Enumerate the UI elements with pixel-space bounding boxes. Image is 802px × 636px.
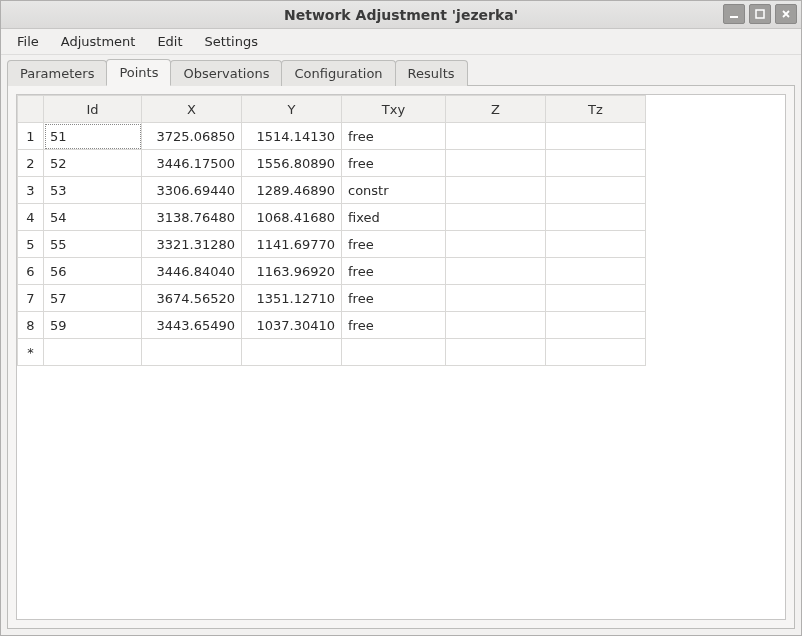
points-grid[interactable]: Id X Y Txy Z Tz 1513725.068501514.14130f… [16,94,786,620]
cell-x[interactable]: 3725.06850 [142,123,242,150]
cell-z[interactable] [446,231,546,258]
table-row[interactable]: 5553321.312801141.69770free [18,231,646,258]
cell-x[interactable]: 3321.31280 [142,231,242,258]
tab-results[interactable]: Results [395,60,468,86]
cell-x[interactable]: 3446.84040 [142,258,242,285]
cell-txy[interactable]: fixed [342,204,446,231]
cell-z[interactable] [446,150,546,177]
cell-y[interactable]: 1037.30410 [242,312,342,339]
cell-tz[interactable] [546,150,646,177]
cell-z[interactable] [446,204,546,231]
tab-points[interactable]: Points [106,59,171,86]
cell-id[interactable]: 59 [44,312,142,339]
cell-y[interactable]: 1068.41680 [242,204,342,231]
maximize-button[interactable] [749,4,771,24]
cell-y[interactable]: 1556.80890 [242,150,342,177]
row-number[interactable]: 8 [18,312,44,339]
row-number[interactable]: 7 [18,285,44,312]
cell-x[interactable]: 3674.56520 [142,285,242,312]
header-tz[interactable]: Tz [546,96,646,123]
cell-tz[interactable] [546,123,646,150]
row-number[interactable]: 5 [18,231,44,258]
cell-id[interactable]: 55 [44,231,142,258]
cell-x[interactable]: 3306.69440 [142,177,242,204]
table-row[interactable]: 8593443.654901037.30410free [18,312,646,339]
cell-txy[interactable] [342,339,446,366]
cell-txy[interactable]: free [342,123,446,150]
table-row[interactable]: 6563446.840401163.96920free [18,258,646,285]
tab-observations[interactable]: Observations [170,60,282,86]
cell-x[interactable]: 3446.17500 [142,150,242,177]
menu-settings[interactable]: Settings [195,31,268,52]
table-row[interactable]: 7573674.565201351.12710free [18,285,646,312]
table-row[interactable]: 1513725.068501514.14130free [18,123,646,150]
cell-tz[interactable] [546,204,646,231]
cell-x[interactable]: 3443.65490 [142,312,242,339]
row-number[interactable]: 4 [18,204,44,231]
header-x[interactable]: X [142,96,242,123]
table-row[interactable]: 2523446.175001556.80890free [18,150,646,177]
cell-tz[interactable] [546,177,646,204]
table-row[interactable]: 4543138.764801068.41680fixed [18,204,646,231]
cell-y[interactable]: 1289.46890 [242,177,342,204]
row-number[interactable]: 3 [18,177,44,204]
cell-z[interactable] [446,123,546,150]
cell-z[interactable] [446,339,546,366]
header-id[interactable]: Id [44,96,142,123]
cell-txy[interactable]: constr [342,177,446,204]
cell-txy[interactable]: free [342,285,446,312]
new-row[interactable]: * [18,339,646,366]
maximize-icon [755,9,765,19]
new-row-marker[interactable]: * [18,339,44,366]
cell-x[interactable]: 3138.76480 [142,204,242,231]
cell-x[interactable] [142,339,242,366]
table-row[interactable]: 3533306.694401289.46890constr [18,177,646,204]
row-number[interactable]: 2 [18,150,44,177]
svg-rect-0 [730,16,738,18]
header-row: Id X Y Txy Z Tz [18,96,646,123]
cell-y[interactable]: 1163.96920 [242,258,342,285]
cell-y[interactable]: 1141.69770 [242,231,342,258]
menu-edit[interactable]: Edit [147,31,192,52]
cell-id[interactable]: 51 [44,123,142,150]
cell-txy[interactable]: free [342,231,446,258]
header-txy[interactable]: Txy [342,96,446,123]
row-number[interactable]: 1 [18,123,44,150]
cell-y[interactable]: 1514.14130 [242,123,342,150]
menu-adjustment[interactable]: Adjustment [51,31,146,52]
minimize-button[interactable] [723,4,745,24]
cell-tz[interactable] [546,339,646,366]
cell-id[interactable]: 56 [44,258,142,285]
cell-tz[interactable] [546,258,646,285]
cell-tz[interactable] [546,285,646,312]
window-controls [723,4,797,24]
svg-rect-1 [756,10,764,18]
row-number[interactable]: 6 [18,258,44,285]
tabbar: Parameters Points Observations Configura… [1,55,801,85]
cell-z[interactable] [446,258,546,285]
header-rownum[interactable] [18,96,44,123]
cell-txy[interactable]: free [342,312,446,339]
cell-id[interactable]: 57 [44,285,142,312]
cell-txy[interactable]: free [342,258,446,285]
cell-z[interactable] [446,312,546,339]
cell-tz[interactable] [546,312,646,339]
cell-id[interactable]: 54 [44,204,142,231]
cell-id[interactable] [44,339,142,366]
cell-z[interactable] [446,285,546,312]
header-y[interactable]: Y [242,96,342,123]
cell-tz[interactable] [546,231,646,258]
tab-parameters[interactable]: Parameters [7,60,107,86]
cell-y[interactable] [242,339,342,366]
close-button[interactable] [775,4,797,24]
cell-z[interactable] [446,177,546,204]
cell-id[interactable]: 53 [44,177,142,204]
window-title: Network Adjustment 'jezerka' [1,7,801,23]
menu-file[interactable]: File [7,31,49,52]
menubar: File Adjustment Edit Settings [1,29,801,55]
header-z[interactable]: Z [446,96,546,123]
cell-y[interactable]: 1351.12710 [242,285,342,312]
cell-txy[interactable]: free [342,150,446,177]
tab-configuration[interactable]: Configuration [281,60,395,86]
cell-id[interactable]: 52 [44,150,142,177]
